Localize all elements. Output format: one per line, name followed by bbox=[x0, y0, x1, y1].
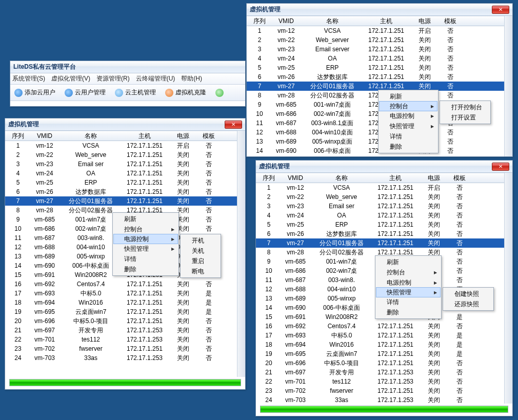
menu-help[interactable]: 帮助(H) bbox=[181, 74, 202, 83]
toolbar-more[interactable] bbox=[213, 88, 226, 98]
menu-refresh[interactable]: 刷新 bbox=[114, 214, 177, 224]
submenu-power-off[interactable]: 关机 bbox=[182, 246, 220, 256]
column-header[interactable]: 模板 bbox=[437, 17, 463, 26]
table-row[interactable]: 5vm-25ERP172.17.1.251关闭否 bbox=[5, 178, 237, 187]
close-button[interactable]: ✕ bbox=[225, 121, 242, 129]
toolbar-add-user[interactable]: 添加云用户 bbox=[12, 87, 57, 98]
menu-detail[interactable]: 详情 bbox=[114, 254, 177, 264]
table-row[interactable]: 1vm-12VCSA172.17.1.251开启否 bbox=[247, 26, 504, 35]
menu-refresh[interactable]: 刷新 bbox=[380, 91, 437, 102]
column-header[interactable]: 序列 bbox=[256, 174, 277, 183]
toolbar-vm-clone[interactable]: 虚拟机克隆 bbox=[163, 87, 208, 98]
column-header[interactable]: 名称 bbox=[313, 174, 370, 183]
menu-console[interactable]: 控制台▶ bbox=[376, 267, 440, 277]
table-row[interactable]: 7vm-27分公司01服务器172.17.1.251关闭否 bbox=[5, 196, 237, 206]
table-row[interactable]: 6vm-26达梦数据库172.17.1.251关闭否 bbox=[256, 229, 504, 238]
table-row[interactable]: 7vm-27分公司01服务器172.17.1.251关闭否 bbox=[256, 238, 504, 248]
table-row[interactable]: 18vm-694Win2016172.17.1.251关闭是 bbox=[256, 340, 504, 349]
vertical-scrollbar[interactable] bbox=[504, 173, 512, 404]
menu-snapshot[interactable]: 快照管理▶ bbox=[376, 287, 441, 297]
table-row[interactable]: 18vm-694Win2016172.17.1.251关闭是 bbox=[5, 298, 237, 307]
column-header[interactable]: VMID bbox=[27, 132, 63, 139]
table-row[interactable]: 21vm-697开发专用172.17.1.253关闭否 bbox=[256, 368, 504, 377]
table-row[interactable]: 14vm-690006-中标桌面172.17.1.251关闭否 bbox=[247, 146, 504, 155]
column-header[interactable]: 主机 bbox=[119, 132, 170, 141]
table-row[interactable]: 19vm-695云桌面win7172.17.1.251关闭是 bbox=[256, 349, 504, 358]
table-row[interactable]: 2vm-22Web_serve172.17.1.251关闭否 bbox=[256, 192, 504, 202]
menu-detail[interactable]: 详情 bbox=[376, 297, 440, 307]
column-header[interactable]: 名称 bbox=[304, 17, 361, 26]
menu-system[interactable]: 系统管理(S) bbox=[12, 74, 45, 83]
table-row[interactable]: 4vm-24OA172.17.1.251关闭否 bbox=[256, 211, 504, 220]
menu-refresh[interactable]: 刷新 bbox=[376, 257, 440, 267]
table-row[interactable]: 21vm-697开发专用172.17.1.253关闭否 bbox=[5, 326, 237, 335]
column-header[interactable]: VMID bbox=[277, 174, 313, 182]
menu-power[interactable]: 电源控制▶ bbox=[376, 277, 440, 288]
menu-power[interactable]: 电源控制▶ bbox=[113, 234, 178, 244]
table-row[interactable]: 6vm-26达梦数据库172.17.1.251关闭否 bbox=[247, 72, 504, 82]
column-header[interactable]: 模板 bbox=[196, 132, 222, 141]
table-row[interactable]: 19vm-695云桌面win7172.17.1.251关闭是 bbox=[5, 307, 237, 316]
submenu-power-reboot[interactable]: 重启 bbox=[182, 256, 220, 266]
table-row[interactable]: 3vm-23Email ser172.17.1.251关闭否 bbox=[256, 202, 504, 211]
toolbar-host-manage[interactable]: 云主机管理 bbox=[113, 87, 158, 98]
table-row[interactable]: 4vm-24OA172.17.1.251关闭否 bbox=[5, 169, 237, 178]
table-row[interactable]: 3vm-23Email server172.17.1.251关闭否 bbox=[247, 45, 504, 54]
table-row[interactable]: 5vm-25ERP172.17.1.251关闭否 bbox=[256, 220, 504, 229]
table-row[interactable]: 20vm-696中标5.0-项目172.17.1.251关闭否 bbox=[5, 316, 237, 326]
menu-console[interactable]: 控制台▶ bbox=[379, 101, 437, 111]
table-row[interactable]: 23vm-702fwserver172.17.1.251关闭否 bbox=[256, 386, 504, 395]
table-row[interactable]: 16vm-692Centos7.4172.17.1.251关闭否 bbox=[256, 322, 504, 331]
submenu-open-console[interactable]: 打开控制台 bbox=[441, 102, 489, 112]
table-row[interactable]: 1vm-12VCSA172.17.1.251开启否 bbox=[5, 141, 237, 150]
column-header[interactable]: 电源 bbox=[170, 132, 196, 141]
table-row[interactable]: 6vm-26达梦数据库172.17.1.251关闭否 bbox=[5, 187, 237, 196]
table-row[interactable]: 13vm-689005-winxp桌面172.17.1.251关闭否 bbox=[247, 137, 504, 146]
column-header[interactable]: VMID bbox=[268, 17, 304, 25]
submenu-snapshot-create[interactable]: 创建快照 bbox=[444, 289, 492, 299]
table-row[interactable]: 4vm-24OA172.17.1.251关闭否 bbox=[247, 54, 504, 63]
table-row[interactable]: 24vm-70333as172.17.1.253关闭否 bbox=[5, 353, 237, 363]
menu-resource[interactable]: 资源管理(R) bbox=[96, 74, 130, 83]
table-row[interactable]: 3vm-23Email ser172.17.1.251关闭否 bbox=[5, 159, 237, 169]
table-row[interactable]: 1vm-12VCSA172.17.1.251开启否 bbox=[256, 183, 504, 192]
menu-detail[interactable]: 详情 bbox=[380, 131, 437, 142]
vertical-scrollbar[interactable] bbox=[504, 16, 512, 156]
column-header[interactable]: 主机 bbox=[361, 17, 412, 26]
close-button[interactable]: ✕ bbox=[492, 6, 509, 14]
submenu-open-settings[interactable]: 打开设置 bbox=[441, 112, 489, 123]
table-row[interactable]: 2vm-22Web_serve172.17.1.251关闭否 bbox=[5, 150, 237, 159]
toolbar-user-manage[interactable]: 云用户管理 bbox=[63, 87, 108, 98]
submenu-snapshot-restore[interactable]: 还原快照 bbox=[444, 299, 492, 309]
menu-virtualization[interactable]: 虚拟化管理(V) bbox=[51, 74, 90, 83]
column-header[interactable]: 名称 bbox=[63, 132, 119, 141]
table-row[interactable]: 20vm-696中标5.0-项目172.17.1.251关闭否 bbox=[256, 358, 504, 368]
menu-snapshot[interactable]: 快照管理▶ bbox=[114, 244, 177, 254]
column-header[interactable]: 电源 bbox=[421, 174, 447, 183]
close-button[interactable]: ✕ bbox=[492, 163, 509, 171]
table-row[interactable]: 23vm-702fwserver172.17.1.251关闭否 bbox=[5, 344, 237, 353]
column-header[interactable]: 模板 bbox=[447, 174, 472, 183]
table-row[interactable]: 17vm-693中标5.0172.17.1.251关闭是 bbox=[256, 331, 504, 340]
table-row[interactable]: 7vm-27分公司01服务器172.17.1.251关闭否 bbox=[247, 82, 504, 91]
menu-console[interactable]: 控制台▶ bbox=[114, 224, 177, 234]
table-row[interactable]: 17vm-693中标5.0172.17.1.251关闭是 bbox=[5, 289, 237, 298]
table-row[interactable]: 2vm-22Web_server172.17.1.251关闭否 bbox=[247, 35, 504, 45]
table-row[interactable]: 22vm-701tes112172.17.1.253关闭否 bbox=[5, 335, 237, 344]
column-header[interactable]: 主机 bbox=[370, 174, 421, 183]
table-row[interactable]: 16vm-692Centos7.4172.17.1.251关闭否 bbox=[5, 279, 237, 289]
table-row[interactable]: 22vm-701tes112172.17.1.253关闭否 bbox=[256, 377, 504, 386]
column-header[interactable]: 序列 bbox=[5, 132, 27, 141]
vertical-scrollbar[interactable] bbox=[237, 131, 245, 377]
menu-snapshot[interactable]: 快照管理▶ bbox=[380, 121, 437, 131]
table-row[interactable]: 8vm-28分公司02服务器172.17.1.251关闭否 bbox=[247, 91, 504, 100]
table-row[interactable]: 5vm-25ERP172.17.1.251关闭否 bbox=[247, 63, 504, 72]
menu-delete[interactable]: 删除 bbox=[380, 142, 437, 152]
menu-delete[interactable]: 删除 bbox=[114, 264, 177, 274]
submenu-power-cut[interactable]: 断电 bbox=[182, 266, 220, 276]
column-header[interactable]: 电源 bbox=[412, 17, 437, 26]
table-row[interactable]: 24vm-70333as172.17.1.253关闭否 bbox=[256, 395, 504, 404]
menu-delete[interactable]: 删除 bbox=[376, 307, 440, 317]
table-row[interactable]: 12vm-688004-win10桌面172.17.1.251关闭否 bbox=[247, 128, 504, 137]
submenu-power-on[interactable]: 开机 bbox=[182, 235, 220, 246]
